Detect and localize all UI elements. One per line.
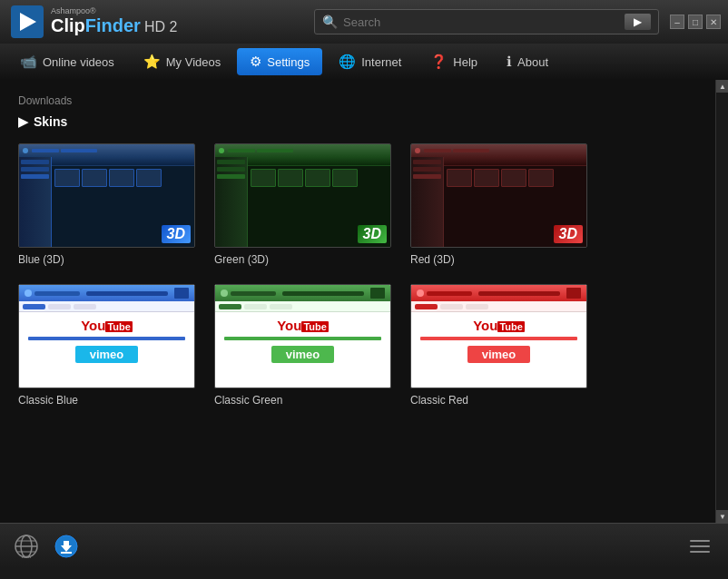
my-videos-label: My Videos: [166, 55, 221, 69]
download-icon: [54, 534, 79, 559]
skin-label-classic-green: Classic Green: [214, 394, 282, 407]
www-icon: www: [14, 534, 39, 559]
skin-classic-green[interactable]: YouTube vimeo Classic Green: [214, 284, 396, 407]
section-arrow: ▶: [18, 114, 28, 129]
skin-red-3d[interactable]: 3D Red (3D): [410, 143, 592, 266]
menu-line-3: [690, 551, 710, 553]
online-videos-icon: 📹: [20, 54, 37, 70]
search-icon: 🔍: [322, 15, 338, 29]
minimize-button[interactable]: –: [670, 15, 684, 29]
nav-internet[interactable]: 🌐 Internet: [326, 48, 414, 75]
skin-classic-red[interactable]: YouTube vimeo Classic Red: [410, 284, 592, 407]
skin-thumb-green-3d: 3D: [214, 143, 391, 248]
app-title: Clip Finder HD 2: [51, 15, 177, 36]
skins-panel: Downloads ▶ Skins: [0, 80, 728, 523]
badge-3d-blue: 3D: [162, 225, 191, 243]
skin-thumb-classic-green: YouTube vimeo: [214, 284, 391, 388]
title-bar: Ashampoo® Clip Finder HD 2 🔍 ▶ – □ ✕: [0, 0, 728, 44]
vimeo-logo-green: vimeo: [271, 346, 335, 363]
about-label: About: [517, 55, 548, 69]
section-title: Skins: [34, 114, 67, 129]
my-videos-icon: ⭐: [143, 54, 161, 70]
app-logo-icon: [11, 5, 44, 38]
menu-line-1: [690, 540, 710, 542]
svg-text:www: www: [22, 554, 32, 559]
skin-classic-blue[interactable]: YouTube vimeo Classic Blue: [18, 284, 200, 407]
badge-3d-green: 3D: [358, 225, 387, 243]
skin-label-classic-red: Classic Red: [410, 394, 468, 407]
www-button[interactable]: www: [11, 531, 42, 562]
settings-label: Settings: [267, 55, 310, 69]
title-finder: Finder: [85, 15, 141, 36]
skin-thumb-classic-red: YouTube vimeo: [410, 284, 587, 388]
help-icon: ❓: [430, 54, 448, 70]
skins-grid: 3D Blue (3D): [18, 143, 672, 407]
download-button[interactable]: [51, 531, 82, 562]
nav-my-videos[interactable]: ⭐ My Videos: [131, 48, 233, 75]
nav-bar: 📹 Online videos ⭐ My Videos ⚙ Settings 🌐…: [0, 44, 728, 80]
title-hd2: HD 2: [144, 19, 177, 35]
close-button[interactable]: ✕: [706, 15, 721, 29]
scrollbar-track: ▲ ▼: [715, 80, 728, 523]
skin-label-classic-blue: Classic Blue: [18, 394, 78, 407]
section-header: ▶ Skins: [18, 114, 710, 129]
help-label: Help: [453, 55, 477, 69]
breadcrumb: Downloads: [18, 94, 710, 107]
scrollbar-down-button[interactable]: ▼: [716, 510, 728, 523]
skin-label-blue-3d: Blue (3D): [18, 253, 64, 266]
skin-green-3d[interactable]: 3D Green (3D): [214, 143, 396, 266]
youtube-logo-blue: YouTube: [81, 318, 133, 333]
nav-online-videos[interactable]: 📹 Online videos: [7, 48, 127, 75]
scrollbar-up-button[interactable]: ▲: [716, 80, 728, 93]
menu-line-2: [690, 545, 710, 547]
window-controls: – □ ✕: [670, 15, 721, 29]
youtube-logo-green: YouTube: [277, 318, 329, 333]
skin-label-green-3d: Green (3D): [214, 253, 269, 266]
bottom-left: www: [11, 531, 82, 562]
vimeo-logo-red: vimeo: [467, 346, 531, 363]
logo-area: Ashampoo® Clip Finder HD 2: [0, 5, 188, 38]
hamburger-menu-button[interactable]: [683, 533, 717, 560]
skin-thumb-classic-blue: YouTube vimeo: [18, 284, 195, 388]
nav-help[interactable]: ❓ Help: [418, 48, 490, 75]
vimeo-logo-blue: vimeo: [75, 346, 139, 363]
skin-thumb-red-3d: 3D: [410, 143, 587, 248]
about-icon: ℹ: [507, 54, 512, 70]
skin-blue-3d[interactable]: 3D Blue (3D): [18, 143, 200, 266]
bottom-bar: www: [0, 523, 728, 568]
main-content: Downloads ▶ Skins: [0, 80, 728, 523]
nav-about[interactable]: ℹ About: [494, 48, 561, 75]
search-bar: 🔍 ▶: [314, 9, 659, 34]
youtube-logo-red: YouTube: [473, 318, 525, 333]
search-input[interactable]: [343, 15, 625, 29]
maximize-button[interactable]: □: [688, 15, 703, 29]
title-clip: Clip: [51, 15, 85, 36]
nav-settings[interactable]: ⚙ Settings: [237, 48, 322, 75]
skin-thumb-blue-3d: 3D: [18, 143, 195, 248]
company-label: Ashampoo®: [51, 7, 177, 15]
skin-label-red-3d: Red (3D): [410, 253, 455, 266]
internet-label: Internet: [361, 55, 401, 69]
search-button[interactable]: ▶: [625, 14, 651, 30]
internet-icon: 🌐: [339, 54, 356, 70]
settings-icon: ⚙: [250, 54, 261, 70]
online-videos-label: Online videos: [43, 55, 114, 69]
badge-3d-red: 3D: [554, 225, 583, 243]
